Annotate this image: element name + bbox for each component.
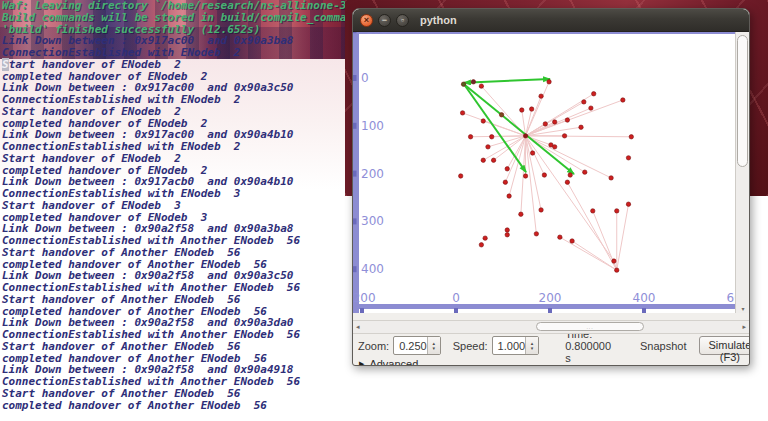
node-dot[interactable] [468, 135, 472, 139]
scroll-left-icon[interactable]: ◂ [356, 322, 360, 331]
plot-svg[interactable]: -2000200400600-1000100200300400 [353, 32, 737, 313]
terminal-line: ConnectionEstablished with Another ENode… [2, 282, 345, 294]
node-dot[interactable] [520, 108, 524, 112]
node-dot[interactable] [479, 84, 483, 88]
x-tick-label: 0 [452, 291, 460, 305]
node-dot[interactable] [523, 134, 527, 138]
node-dot[interactable] [543, 122, 547, 126]
maximize-icon: ▫ [401, 15, 404, 24]
node-dot[interactable] [505, 228, 509, 232]
node-dot[interactable] [490, 135, 494, 139]
node-dot[interactable] [460, 111, 464, 115]
node-dot[interactable] [534, 232, 538, 236]
plot-viewport[interactable]: -2000200400600-1000100200300400 ▴ ▾ [353, 32, 749, 313]
node-dot[interactable] [562, 134, 566, 138]
node-dot[interactable] [519, 212, 523, 216]
node-dot[interactable] [629, 135, 633, 139]
spinner-arrows-icon[interactable]: ▴▾ [525, 337, 538, 354]
node-dot[interactable] [591, 209, 595, 213]
node-dot[interactable] [523, 174, 527, 178]
horizontal-scrollbar[interactable]: ◂ ... ▸ [353, 320, 749, 334]
node-dot[interactable] [507, 194, 511, 198]
speed-spinbox[interactable]: 1.000 ▴▾ [492, 336, 540, 355]
spinner-arrows-icon[interactable]: ▴▾ [427, 337, 440, 354]
python-visualizer-window[interactable]: × − ▫ python -2000200400600-100010020030… [352, 8, 750, 366]
node-dot[interactable] [471, 80, 475, 84]
terminal-window[interactable]: Waf: Leaving directory `/home/research/n… [0, 0, 345, 421]
node-dot[interactable] [499, 113, 503, 117]
node-dot[interactable] [558, 235, 562, 239]
node-dot[interactable] [481, 119, 485, 123]
y-tick-mark [353, 123, 357, 129]
node-dot[interactable] [459, 174, 463, 178]
node-dot[interactable] [592, 92, 596, 96]
x-tick-mark [360, 308, 364, 313]
terminal-line: Start handover of ENodeb 2 [2, 59, 345, 71]
node-dot[interactable] [615, 268, 619, 272]
node-dot[interactable] [539, 94, 543, 98]
vertical-scrollbar[interactable]: ▴ ▾ [735, 32, 749, 313]
node-dot[interactable] [568, 173, 572, 177]
node-dot[interactable] [582, 100, 586, 104]
titlebar[interactable]: × − ▫ python [353, 9, 749, 32]
scroll-down-icon[interactable]: ▾ [736, 305, 750, 312]
speed-label: Speed: [453, 340, 488, 352]
close-button[interactable]: × [360, 14, 373, 27]
node-dot[interactable] [481, 158, 485, 162]
speed-value[interactable]: 1.000 [493, 337, 526, 354]
terminal-line: ConnectionEstablished with ENodeb 3 [2, 188, 345, 200]
node-dot[interactable] [589, 106, 593, 110]
node-dot[interactable] [461, 82, 465, 86]
x-tick-label: 200 [539, 291, 562, 305]
zoom-spinbox[interactable]: 0.250 ▴▾ [393, 336, 441, 355]
window-title: python [420, 14, 457, 26]
maximize-button[interactable]: ▫ [396, 14, 409, 27]
scroll-right-icon[interactable]: ▸ [742, 322, 746, 331]
horizontal-scrollbar-thumb[interactable]: ... [536, 322, 644, 331]
node-dot[interactable] [615, 209, 619, 213]
x-tick-mark [454, 308, 458, 313]
advanced-expander[interactable]: ▶ Advanced [353, 357, 749, 366]
node-dot[interactable] [539, 208, 543, 212]
node-dot[interactable] [626, 156, 630, 160]
terminal-line: Start handover of Another ENodeb 56 [2, 247, 345, 259]
node-dot[interactable] [553, 120, 557, 124]
node-dot[interactable] [530, 151, 534, 155]
y-tick-label: 400 [361, 262, 384, 276]
node-dot[interactable] [505, 167, 509, 171]
node-dot[interactable] [565, 180, 569, 184]
node-dot[interactable] [621, 98, 625, 102]
y-tick-mark [353, 32, 357, 33]
node-dot[interactable] [609, 176, 613, 180]
node-dot[interactable] [570, 239, 574, 243]
node-dot[interactable] [529, 107, 533, 111]
node-dot[interactable] [491, 158, 495, 162]
node-dot[interactable] [583, 170, 587, 174]
node-dot[interactable] [486, 145, 490, 149]
terminal-line: Start handover of ENodeb 2 [2, 106, 345, 118]
terminal-line: ConnectionEstablished with Another ENode… [2, 235, 345, 247]
node-dot[interactable] [479, 243, 483, 247]
node-dot[interactable] [503, 180, 507, 184]
expander-arrow-icon: ▶ [359, 360, 364, 367]
node-dot[interactable] [542, 173, 546, 177]
terminal-line: ConnectionEstablished with ENodeb 2 [2, 47, 345, 59]
minimize-button[interactable]: − [378, 14, 391, 27]
y-tick-mark [353, 75, 357, 81]
node-dot[interactable] [565, 118, 569, 122]
node-dot[interactable] [483, 236, 487, 240]
node-dot[interactable] [579, 125, 583, 129]
node-dot[interactable] [547, 80, 551, 84]
node-dot[interactable] [553, 145, 557, 149]
simulate-button[interactable]: Simulate (F3) [699, 336, 750, 355]
snapshot-button[interactable]: Snapshot [635, 338, 691, 354]
node-dot[interactable] [612, 259, 616, 263]
node-dot[interactable] [505, 233, 509, 237]
node-dot[interactable] [626, 202, 630, 206]
terminal-line: Start handover of ENodeb 2 [2, 153, 345, 165]
vertical-scrollbar-thumb[interactable] [737, 35, 748, 167]
zoom-value[interactable]: 0.250 [394, 337, 427, 354]
terminal-line: ConnectionEstablished with ENodeb 2 [2, 94, 345, 106]
terminal-line: Waf: Leaving directory `/home/research/n… [2, 0, 345, 12]
zoom-label: Zoom: [358, 340, 389, 352]
